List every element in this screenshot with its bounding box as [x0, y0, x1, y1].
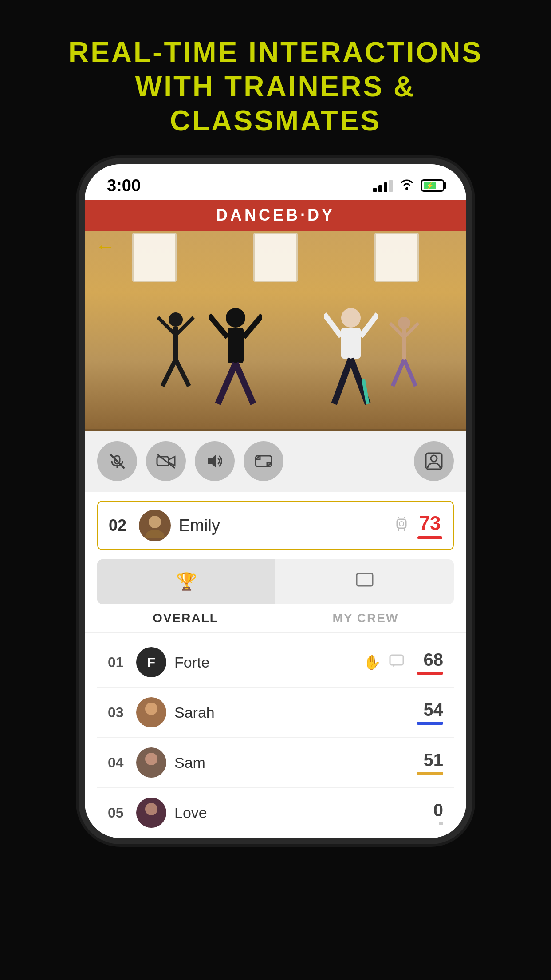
lb-name-1: Forte: [174, 654, 355, 671]
leaderboard: 01 F Forte ✋ 68: [97, 637, 454, 838]
headline-line1: REAL-TIME INTERACTIONS: [68, 36, 483, 70]
sound-icon: [205, 452, 224, 470]
svg-point-37: [149, 516, 161, 528]
lb-avatar-3: [136, 747, 166, 778]
signal-bar-4: [389, 180, 393, 192]
headline: REAL-TIME INTERACTIONS WITH TRAINERS & C…: [42, 36, 509, 138]
chat-square-icon: [355, 572, 374, 588]
switch-camera-icon: [254, 453, 273, 469]
svg-line-10: [244, 315, 262, 337]
dancer-3: [324, 306, 378, 431]
lb-initial-1: F: [147, 655, 155, 670]
svg-point-13: [341, 308, 361, 328]
table-row: 01 F Forte ✋ 68: [97, 637, 454, 688]
lb-rank-3: 04: [108, 755, 128, 771]
trophy-icon: 🏆: [176, 572, 197, 591]
phone-shell: 3:00 ⚡: [85, 164, 466, 838]
headline-line2: WITH TRAINERS &: [68, 70, 483, 104]
svg-line-24: [393, 360, 404, 386]
profile-button[interactable]: [414, 441, 454, 481]
signal-bar-3: [384, 182, 387, 192]
love-avatar: [138, 799, 165, 826]
svg-line-6: [176, 360, 189, 386]
sound-button[interactable]: [195, 441, 235, 481]
lb-score-bar-3: [417, 772, 443, 775]
status-bar: 3:00 ⚡: [85, 164, 466, 200]
svg-line-12: [236, 363, 253, 404]
camera-icon: [156, 453, 176, 469]
battery-icon: ⚡: [421, 179, 444, 192]
lb-score-bar-1: [417, 672, 443, 675]
svg-rect-14: [341, 328, 361, 359]
svg-rect-38: [397, 519, 406, 528]
svg-point-1: [169, 312, 183, 327]
crew-tab-label[interactable]: MY CREW: [276, 611, 456, 625]
signal-bar-1: [373, 188, 377, 192]
svg-rect-45: [390, 655, 403, 665]
lb-score-4: 0: [433, 800, 443, 820]
tabs-row: 🏆: [97, 559, 454, 604]
lb-score-bar-2: [417, 722, 443, 725]
table-row: 03 Sarah 54: [97, 688, 454, 738]
switch-camera-button[interactable]: [244, 441, 283, 481]
camera-button[interactable]: [146, 441, 186, 481]
lb-avatar-1: F: [136, 647, 166, 677]
lb-score-1: 68: [424, 650, 444, 670]
controls-bar: [85, 431, 466, 492]
lb-name-3: Sam: [174, 754, 404, 771]
current-user-name: Emily: [179, 516, 386, 535]
svg-line-5: [162, 360, 176, 386]
svg-point-46: [145, 703, 157, 715]
dancer-4: [386, 315, 422, 399]
svg-line-19: [361, 314, 378, 336]
svg-line-25: [404, 360, 416, 386]
page-background: REAL-TIME INTERACTIONS WITH TRAINERS & C…: [0, 0, 551, 980]
watch-icon: [394, 515, 409, 536]
svg-point-47: [145, 753, 157, 765]
hand-icon[interactable]: ✋: [363, 654, 381, 671]
current-user-avatar-image: [142, 512, 168, 539]
dancer-2: [209, 306, 262, 431]
svg-point-0: [405, 187, 408, 190]
sarah-avatar: [138, 699, 165, 726]
signal-bar-2: [378, 185, 382, 192]
current-user-score-col: 73: [417, 512, 442, 539]
svg-rect-8: [228, 328, 244, 363]
lb-name-2: Sarah: [174, 704, 404, 721]
lb-name-4: Love: [174, 804, 404, 822]
svg-marker-31: [208, 454, 216, 468]
chat-icon[interactable]: [389, 654, 404, 671]
lb-avatar-2: [136, 697, 166, 727]
current-user-avatar: [139, 510, 171, 541]
lb-rank-4: 05: [108, 805, 128, 821]
lb-score-bar-4: [439, 822, 443, 825]
overall-tab-label[interactable]: OVERALL: [95, 611, 276, 625]
sam-avatar: [138, 749, 165, 776]
comment-icon: [389, 654, 404, 668]
video-banner: DANCEB·DY: [85, 200, 466, 231]
current-user-row: 02 Emily 73: [97, 501, 454, 550]
mute-icon: [108, 452, 126, 470]
tab-crew[interactable]: [276, 559, 454, 604]
crew-icon: [355, 572, 374, 592]
svg-line-18: [324, 314, 341, 336]
mute-button[interactable]: [97, 441, 137, 481]
controls-left: [97, 441, 283, 481]
current-user-rank: 02: [109, 516, 131, 535]
dancer-1: [156, 311, 196, 404]
tab-leaderboard[interactable]: 🏆: [97, 559, 276, 604]
lb-score-2: 54: [424, 700, 444, 720]
svg-point-20: [398, 317, 410, 329]
lb-rank-2: 03: [108, 704, 128, 721]
profile-icon: [424, 451, 444, 471]
svg-point-36: [431, 455, 437, 462]
video-area: DANCEB·DY ←: [85, 200, 466, 431]
svg-line-9: [209, 315, 228, 337]
svg-point-48: [145, 803, 157, 815]
lb-avatar-4: [136, 798, 166, 828]
svg-line-15: [334, 359, 351, 404]
svg-rect-44: [357, 573, 373, 586]
lb-actions-1: ✋: [363, 654, 404, 671]
headline-line3: CLASSMATES: [68, 104, 483, 138]
svg-point-43: [399, 522, 404, 526]
